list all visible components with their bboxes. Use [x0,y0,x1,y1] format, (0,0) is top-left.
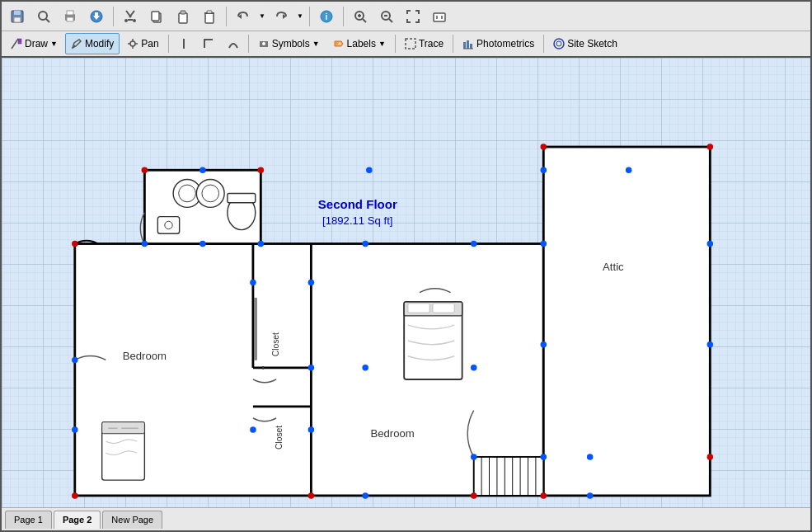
symbols-label: Symbols [272,38,310,49]
svg-rect-34 [434,13,445,21]
svg-point-111 [541,492,547,499]
wall-corner-button[interactable] [197,33,220,54]
info-button[interactable]: i [314,5,339,28]
svg-point-77 [196,180,224,208]
modify-button[interactable]: Modify [65,33,120,54]
svg-point-120 [250,426,256,433]
draw-label: Draw [25,38,48,49]
photometrics-button[interactable]: Photometrics [457,33,540,54]
svg-point-115 [362,241,368,247]
svg-point-121 [308,280,315,286]
page2-tab[interactable]: Page 2 [54,511,101,529]
svg-text:A: A [338,41,342,46]
cut-button[interactable] [118,5,143,28]
svg-point-112 [541,241,547,247]
trace-button[interactable]: Trace [399,33,449,54]
svg-point-3 [39,12,47,20]
svg-point-109 [308,492,315,499]
zoom-out-button[interactable] [374,5,399,28]
svg-point-105 [707,241,714,247]
svg-text:i: i [326,12,328,21]
download-button[interactable] [84,5,109,28]
svg-point-131 [626,167,632,173]
svg-point-132 [362,365,368,371]
svg-point-100 [142,241,148,247]
svg-point-128 [471,454,477,460]
undo-arrow-button[interactable]: ▼ [257,5,267,28]
svg-rect-6 [67,17,73,21]
svg-point-43 [262,42,265,45]
tb2-sep4 [453,35,453,53]
svg-text:[1892.11 Sq ft]: [1892.11 Sq ft] [322,214,392,227]
svg-rect-47 [463,42,466,49]
fit-button[interactable] [401,5,425,28]
labels-button[interactable]: A Labels ▼ [327,33,392,54]
symbols-button[interactable]: Symbols ▼ [252,33,326,54]
pan-label: Pan [141,38,158,49]
svg-rect-20 [205,13,214,23]
tb2-sep3 [395,35,396,53]
site-sketch-button[interactable]: Site Sketch [547,33,623,54]
svg-point-52 [556,41,561,46]
svg-point-129 [366,167,373,173]
svg-point-122 [308,365,315,371]
dimension-button[interactable] [427,5,452,28]
svg-text:Bedroom: Bedroom [370,427,414,440]
svg-point-126 [587,492,594,499]
svg-rect-10 [95,12,98,16]
svg-line-28 [363,19,366,22]
svg-point-127 [471,365,477,371]
svg-point-96 [142,167,148,173]
svg-point-116 [471,241,477,247]
trace-label: Trace [419,38,444,49]
undo-button[interactable] [231,5,256,28]
separator1 [113,7,114,26]
print-button[interactable] [58,5,82,28]
svg-rect-48 [467,40,469,49]
wall-straight-button[interactable] [172,33,195,54]
main-window: ▼ ▼ i Draw ▼ Modify [0,0,812,532]
svg-point-106 [707,341,714,348]
search-button[interactable] [31,5,56,28]
svg-rect-7 [67,11,73,15]
svg-point-117 [72,357,78,364]
svg-point-130 [541,167,547,173]
modify-label: Modify [85,38,114,49]
canvas-area[interactable]: Second Floor [1892.11 Sq ft] Bedroom Bed… [2,58,810,507]
new-page-tab[interactable]: New Page [102,511,162,529]
wall-arc-button[interactable] [222,33,245,54]
svg-point-124 [362,492,368,499]
redo-button[interactable] [269,5,293,28]
tb2-sep2 [248,35,249,53]
svg-point-14 [124,19,128,22]
svg-line-12 [129,11,134,17]
toolbar-row1: ▼ ▼ i [2,2,810,31]
page1-tab[interactable]: Page 1 [5,511,52,529]
svg-point-125 [587,454,594,460]
svg-point-123 [308,426,315,433]
redo-arrow-button[interactable]: ▼ [295,5,305,28]
pan-button[interactable]: Pan [121,33,164,54]
svg-rect-49 [470,44,472,49]
svg-point-119 [250,280,256,286]
draw-button[interactable]: Draw ▼ [5,33,63,54]
svg-point-103 [541,144,547,150]
paste-button[interactable] [171,5,195,28]
svg-rect-18 [179,13,187,23]
copy-button[interactable] [144,5,169,28]
svg-line-4 [46,19,49,22]
svg-line-37 [12,39,18,49]
svg-rect-86 [433,304,454,313]
save-button[interactable] [5,5,30,28]
svg-rect-62 [474,457,544,496]
svg-text:Bedroom: Bedroom [123,350,167,362]
svg-point-15 [133,19,136,22]
svg-text:Second Floor: Second Floor [318,197,397,211]
svg-rect-57 [543,147,710,496]
labels-label: Labels [347,38,376,49]
zoom-in-button[interactable] [348,5,373,28]
delete-button[interactable] [197,5,222,28]
svg-rect-38 [18,39,21,44]
tb2-sep1 [168,35,169,53]
toolbar-row2: Draw ▼ Modify Pan Symbols ▼ A Labels [2,31,810,58]
